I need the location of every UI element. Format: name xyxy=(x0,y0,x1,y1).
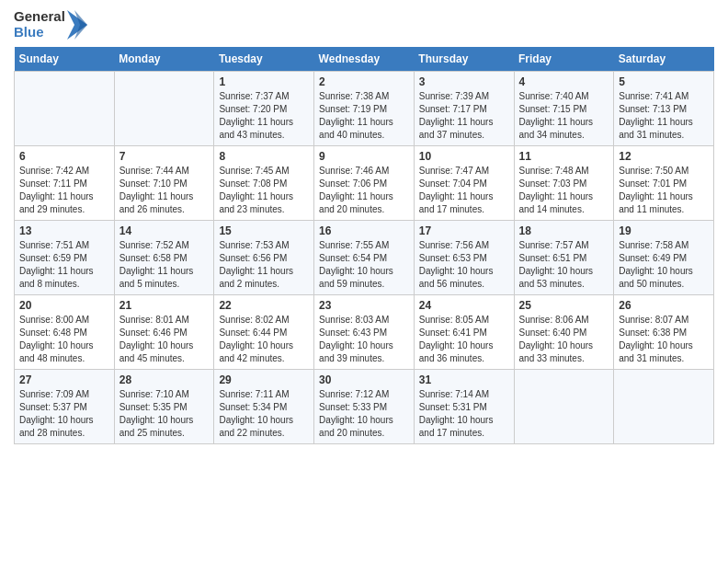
day-cell xyxy=(614,370,714,444)
day-number: 18 xyxy=(519,224,609,237)
logo-text-block: General Blue xyxy=(14,9,87,40)
day-number: 27 xyxy=(19,373,109,386)
day-cell: 8Sunrise: 7:45 AM Sunset: 7:08 PM Daylig… xyxy=(214,146,314,221)
day-cell: 19Sunrise: 7:58 AM Sunset: 6:49 PM Dayli… xyxy=(614,221,714,295)
header: General Blue xyxy=(14,9,714,40)
day-info: Sunrise: 7:51 AM Sunset: 6:59 PM Dayligh… xyxy=(19,239,109,291)
day-info: Sunrise: 7:48 AM Sunset: 7:03 PM Dayligh… xyxy=(519,165,609,216)
day-info: Sunrise: 8:05 AM Sunset: 6:41 PM Dayligh… xyxy=(419,314,509,365)
day-number: 22 xyxy=(219,299,309,312)
day-info: Sunrise: 8:03 AM Sunset: 6:43 PM Dayligh… xyxy=(319,314,409,365)
day-info: Sunrise: 7:40 AM Sunset: 7:15 PM Dayligh… xyxy=(519,90,609,142)
day-cell: 21Sunrise: 8:01 AM Sunset: 6:46 PM Dayli… xyxy=(114,295,214,370)
day-number: 12 xyxy=(619,150,709,163)
day-cell: 4Sunrise: 7:40 AM Sunset: 7:15 PM Daylig… xyxy=(514,72,614,146)
day-info: Sunrise: 7:53 AM Sunset: 6:56 PM Dayligh… xyxy=(219,239,309,291)
day-number: 5 xyxy=(619,75,709,88)
day-info: Sunrise: 8:01 AM Sunset: 6:46 PM Dayligh… xyxy=(119,314,210,365)
day-number: 7 xyxy=(119,150,210,163)
day-cell xyxy=(514,370,614,444)
header-row: SundayMondayTuesdayWednesdayThursdayFrid… xyxy=(15,47,714,72)
day-number: 17 xyxy=(419,224,509,237)
day-cell: 1Sunrise: 7:37 AM Sunset: 7:20 PM Daylig… xyxy=(214,72,314,146)
day-number: 2 xyxy=(319,75,409,88)
calendar-table: SundayMondayTuesdayWednesdayThursdayFrid… xyxy=(14,47,714,444)
day-number: 28 xyxy=(119,373,210,386)
day-info: Sunrise: 8:06 AM Sunset: 6:40 PM Dayligh… xyxy=(519,314,609,365)
day-number: 14 xyxy=(119,224,210,237)
day-cell: 28Sunrise: 7:10 AM Sunset: 5:35 PM Dayli… xyxy=(114,370,214,444)
col-header-tuesday: Tuesday xyxy=(214,47,314,72)
day-number: 20 xyxy=(19,299,109,312)
day-number: 4 xyxy=(519,75,609,88)
day-info: Sunrise: 7:52 AM Sunset: 6:58 PM Dayligh… xyxy=(119,239,210,291)
day-info: Sunrise: 7:38 AM Sunset: 7:19 PM Dayligh… xyxy=(319,90,409,142)
day-number: 15 xyxy=(219,224,309,237)
day-cell: 7Sunrise: 7:44 AM Sunset: 7:10 PM Daylig… xyxy=(114,146,214,221)
day-info: Sunrise: 7:46 AM Sunset: 7:06 PM Dayligh… xyxy=(319,165,409,216)
day-number: 9 xyxy=(319,150,409,163)
day-number: 10 xyxy=(419,150,509,163)
calendar-container: General Blue SundayMondayTuesdayWednesda… xyxy=(0,0,728,454)
day-info: Sunrise: 7:14 AM Sunset: 5:31 PM Dayligh… xyxy=(419,388,509,440)
day-number: 19 xyxy=(619,224,709,237)
day-cell: 11Sunrise: 7:48 AM Sunset: 7:03 PM Dayli… xyxy=(514,146,614,221)
day-info: Sunrise: 7:09 AM Sunset: 5:37 PM Dayligh… xyxy=(19,388,109,440)
logo-general: General xyxy=(14,9,65,25)
day-cell: 10Sunrise: 7:47 AM Sunset: 7:04 PM Dayli… xyxy=(414,146,514,221)
week-row-4: 20Sunrise: 8:00 AM Sunset: 6:48 PM Dayli… xyxy=(15,295,714,370)
day-cell: 17Sunrise: 7:56 AM Sunset: 6:53 PM Dayli… xyxy=(414,221,514,295)
day-cell: 6Sunrise: 7:42 AM Sunset: 7:11 PM Daylig… xyxy=(15,146,115,221)
col-header-monday: Monday xyxy=(114,47,214,72)
day-info: Sunrise: 7:55 AM Sunset: 6:54 PM Dayligh… xyxy=(319,239,409,291)
day-number: 30 xyxy=(319,373,409,386)
col-header-wednesday: Wednesday xyxy=(314,47,415,72)
col-header-thursday: Thursday xyxy=(414,47,514,72)
day-cell: 27Sunrise: 7:09 AM Sunset: 5:37 PM Dayli… xyxy=(15,370,115,444)
day-cell: 5Sunrise: 7:41 AM Sunset: 7:13 PM Daylig… xyxy=(614,72,714,146)
day-info: Sunrise: 7:45 AM Sunset: 7:08 PM Dayligh… xyxy=(219,165,309,216)
day-cell: 29Sunrise: 7:11 AM Sunset: 5:34 PM Dayli… xyxy=(214,370,314,444)
day-number: 31 xyxy=(419,373,509,386)
day-info: Sunrise: 7:10 AM Sunset: 5:35 PM Dayligh… xyxy=(119,388,210,440)
day-number: 16 xyxy=(319,224,409,237)
day-info: Sunrise: 7:39 AM Sunset: 7:17 PM Dayligh… xyxy=(419,90,509,142)
day-info: Sunrise: 7:11 AM Sunset: 5:34 PM Dayligh… xyxy=(219,388,309,440)
col-header-friday: Friday xyxy=(514,47,614,72)
day-info: Sunrise: 7:37 AM Sunset: 7:20 PM Dayligh… xyxy=(219,90,309,142)
day-info: Sunrise: 7:47 AM Sunset: 7:04 PM Dayligh… xyxy=(419,165,509,216)
day-number: 6 xyxy=(19,150,109,163)
day-cell: 9Sunrise: 7:46 AM Sunset: 7:06 PM Daylig… xyxy=(314,146,415,221)
week-row-5: 27Sunrise: 7:09 AM Sunset: 5:37 PM Dayli… xyxy=(15,370,714,444)
day-number: 8 xyxy=(219,150,309,163)
day-info: Sunrise: 8:00 AM Sunset: 6:48 PM Dayligh… xyxy=(19,314,109,365)
day-info: Sunrise: 7:44 AM Sunset: 7:10 PM Dayligh… xyxy=(119,165,210,216)
day-number: 11 xyxy=(519,150,609,163)
day-info: Sunrise: 8:07 AM Sunset: 6:38 PM Dayligh… xyxy=(619,314,709,365)
week-row-1: 1Sunrise: 7:37 AM Sunset: 7:20 PM Daylig… xyxy=(15,72,714,146)
col-header-sunday: Sunday xyxy=(15,47,115,72)
day-info: Sunrise: 7:12 AM Sunset: 5:33 PM Dayligh… xyxy=(319,388,409,440)
day-cell: 31Sunrise: 7:14 AM Sunset: 5:31 PM Dayli… xyxy=(414,370,514,444)
day-cell: 22Sunrise: 8:02 AM Sunset: 6:44 PM Dayli… xyxy=(214,295,314,370)
day-number: 1 xyxy=(219,75,309,88)
day-cell: 12Sunrise: 7:50 AM Sunset: 7:01 PM Dayli… xyxy=(614,146,714,221)
day-info: Sunrise: 7:50 AM Sunset: 7:01 PM Dayligh… xyxy=(619,165,709,216)
day-cell xyxy=(114,72,214,146)
day-number: 13 xyxy=(19,224,109,237)
day-cell: 26Sunrise: 8:07 AM Sunset: 6:38 PM Dayli… xyxy=(614,295,714,370)
day-number: 29 xyxy=(219,373,309,386)
day-info: Sunrise: 7:42 AM Sunset: 7:11 PM Dayligh… xyxy=(19,165,109,216)
day-cell: 24Sunrise: 8:05 AM Sunset: 6:41 PM Dayli… xyxy=(414,295,514,370)
day-number: 26 xyxy=(619,299,709,312)
day-cell: 25Sunrise: 8:06 AM Sunset: 6:40 PM Dayli… xyxy=(514,295,614,370)
day-info: Sunrise: 7:58 AM Sunset: 6:49 PM Dayligh… xyxy=(619,239,709,291)
day-cell: 30Sunrise: 7:12 AM Sunset: 5:33 PM Dayli… xyxy=(314,370,415,444)
day-cell: 2Sunrise: 7:38 AM Sunset: 7:19 PM Daylig… xyxy=(314,72,415,146)
day-number: 24 xyxy=(419,299,509,312)
day-cell: 13Sunrise: 7:51 AM Sunset: 6:59 PM Dayli… xyxy=(15,221,115,295)
day-cell xyxy=(15,72,115,146)
day-cell: 20Sunrise: 8:00 AM Sunset: 6:48 PM Dayli… xyxy=(15,295,115,370)
week-row-2: 6Sunrise: 7:42 AM Sunset: 7:11 PM Daylig… xyxy=(15,146,714,221)
day-number: 25 xyxy=(519,299,609,312)
